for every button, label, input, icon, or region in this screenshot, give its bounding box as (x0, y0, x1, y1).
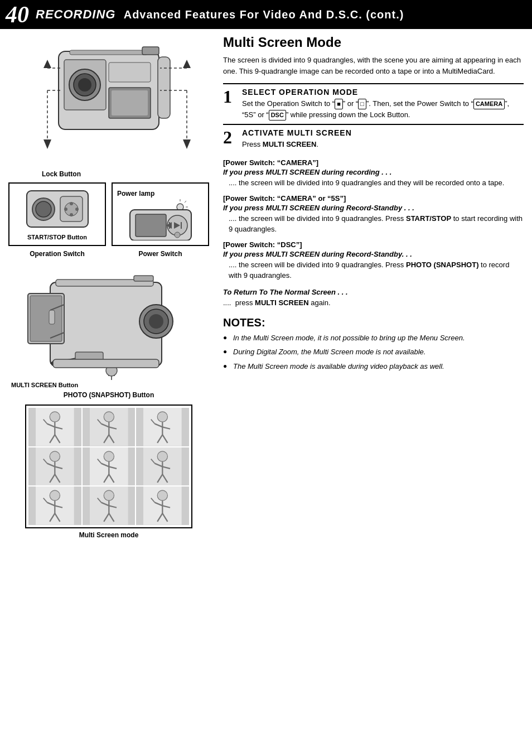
note-2: During Digital Zoom, the Multi Screen mo… (223, 346, 524, 358)
subsection-camera-heading: [Power Switch: “CAMERA”] (223, 158, 524, 167)
badge-dsc-2: DSC (280, 240, 296, 249)
power-lamp-svg (127, 199, 194, 240)
svg-point-109 (50, 490, 60, 500)
grid-cell-8 (83, 487, 136, 525)
photo-snapshot-label: PHOTO (SNAPSHOT) Button (8, 391, 209, 399)
badge-m: □ (358, 99, 366, 109)
svg-point-27 (75, 208, 79, 211)
grid-cell-1 (28, 408, 81, 446)
subsection-dsc-heading: [Power Switch: “DSC”] (223, 240, 524, 249)
badge-camera-3: CAMERA (280, 194, 312, 203)
power-lamp-panel: Power lamp (112, 182, 209, 246)
badge-camera-1: CAMERA (473, 99, 505, 109)
svg-marker-18 (183, 60, 191, 68)
subsection-dsc-body: .... the screen will be divided into 9 q… (223, 259, 524, 281)
subsection-camera-body: .... the screen will be divided into 9 q… (223, 177, 524, 189)
left-column: Lock Button (0, 29, 217, 545)
step-1-number: 1 (223, 88, 236, 105)
notes-list: In the Multi Screen mode, it is not poss… (223, 333, 524, 372)
camera-side-view: MULTI SCREEN Button (8, 266, 209, 388)
intro-text: The screen is divided into 9 quadrangles… (223, 55, 524, 76)
subsection-dsc: [Power Switch: “DSC”] If you press MULTI… (223, 240, 524, 281)
start-stop-label: START/STOP Button (27, 234, 87, 240)
svg-point-49 (149, 314, 163, 329)
grid-cell-6 (136, 447, 189, 486)
section-title: Multi Screen Mode (223, 35, 524, 50)
svg-rect-9 (142, 47, 159, 55)
multiscreen-caption: Multi Screen mode (8, 531, 209, 539)
grid-cell-7 (28, 487, 81, 525)
header-title: RECORDING Advanced Features For Video An… (36, 7, 404, 22)
page-header: 40 RECORDING Advanced Features For Video… (0, 0, 532, 29)
multi-screen-button-label: MULTI SCREEN Button (11, 382, 78, 388)
power-switch-label: Power Switch (112, 249, 209, 258)
svg-point-29 (64, 208, 67, 211)
badge-a: ■ (335, 99, 343, 109)
subsection-camera-5s-italic: If you press MULTI SCREEN during Record-… (223, 204, 524, 212)
subsection-camera-5s-body: .... the screen will be divided into 9 q… (223, 213, 524, 235)
svg-rect-51 (134, 276, 153, 281)
grid-cell-3 (136, 408, 189, 446)
svg-point-23 (36, 201, 51, 217)
svg-marker-16 (43, 60, 51, 68)
step-2-number: 2 (223, 128, 236, 146)
subsection-camera-5s-heading: [Power Switch: “CAMERA” or “5S”] (223, 194, 524, 203)
person-sketch-1 (28, 408, 81, 446)
grid-cell-2 (83, 408, 136, 446)
page-number: 40 (6, 1, 29, 28)
subsection-camera-5s: [Power Switch: “CAMERA” or “5S”] If you … (223, 194, 524, 235)
camera-top-svg (14, 35, 204, 168)
svg-point-77 (158, 412, 168, 422)
svg-point-101 (158, 451, 168, 461)
svg-rect-58 (53, 359, 159, 368)
svg-rect-7 (112, 90, 148, 115)
person-sketch-9 (136, 487, 189, 525)
svg-point-117 (104, 490, 114, 500)
svg-rect-44 (30, 296, 62, 341)
return-body: .... press MULTI SCREEN again. (223, 298, 331, 307)
note-1: In the Multi Screen mode, it is not poss… (223, 333, 524, 344)
operation-switch-label: Operation Switch (8, 249, 106, 258)
svg-point-28 (70, 213, 73, 216)
person-sketch-3 (136, 408, 189, 446)
person-sketch-6 (136, 447, 189, 486)
step-2-heading: ACTIVATE MULTI SCREEN (242, 128, 524, 137)
return-heading: To Return To The Normal Screen . . . (223, 288, 348, 296)
svg-rect-5 (109, 62, 151, 82)
switch-labels-row: Operation Switch Power Switch (8, 249, 209, 258)
notes-section: NOTES: In the Multi Screen mode, it is n… (223, 316, 524, 372)
step-1-heading: SELECT OPERATION MODE (242, 88, 524, 97)
right-column: Multi Screen Mode The screen is divided … (217, 29, 532, 545)
grid-cell-5 (83, 447, 136, 486)
grid-cell-4 (28, 447, 81, 486)
step-1-body: Set the Operation Switch to “■” or “□”. … (242, 98, 524, 121)
badge-camera-2: CAMERA (280, 158, 312, 167)
svg-point-4 (78, 78, 91, 92)
person-sketch-5 (83, 447, 136, 486)
svg-point-85 (50, 451, 60, 461)
svg-point-69 (104, 412, 114, 422)
step-2-block: 2 ACTIVATE MULTI SCREEN Press MULTI SCRE… (223, 124, 524, 153)
person-sketch-4 (28, 447, 81, 486)
subsection-camera-recording: [Power Switch: “CAMERA”] If you press MU… (223, 158, 524, 189)
svg-point-93 (104, 451, 114, 461)
lock-button-label: Lock Button (42, 170, 209, 178)
person-sketch-7 (28, 487, 81, 525)
main-content: Lock Button (0, 29, 532, 545)
multi-screen-camera-diagram: MULTI SCREEN Button (8, 266, 209, 388)
step-2-content: ACTIVATE MULTI SCREEN Press MULTI SCREEN… (242, 128, 524, 150)
svg-rect-10 (158, 57, 170, 118)
camera-side-svg (22, 266, 195, 388)
subsection-camera-italic: If you press MULTI SCREEN during recordi… (223, 168, 524, 176)
badge-dsc-1: DSC (269, 110, 286, 121)
camera-top-diagram: Lock Button (8, 35, 209, 178)
recording-label: RECORDING (36, 7, 115, 21)
notes-heading: NOTES: (223, 316, 524, 329)
svg-rect-35 (136, 214, 166, 237)
start-stop-panel: START/STOP Button (8, 182, 106, 246)
step-2-body: Press MULTI SCREEN. (242, 139, 524, 150)
svg-point-26 (70, 202, 73, 205)
person-sketch-8 (83, 487, 136, 525)
svg-line-32 (185, 201, 186, 203)
power-lamp-label: Power lamp (117, 190, 154, 198)
